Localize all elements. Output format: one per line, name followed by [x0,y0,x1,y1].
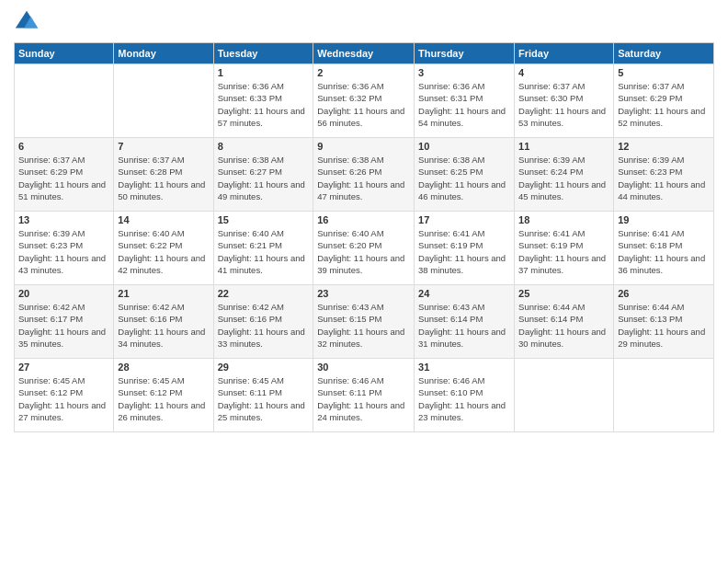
week-row-4: 20Sunrise: 6:42 AM Sunset: 6:17 PM Dayli… [15,285,714,359]
day-cell: 20Sunrise: 6:42 AM Sunset: 6:17 PM Dayli… [15,285,114,359]
day-info: Sunrise: 6:40 AM Sunset: 6:21 PM Dayligh… [218,227,310,276]
day-info: Sunrise: 6:37 AM Sunset: 6:29 PM Dayligh… [18,154,109,202]
day-number: 31 [418,362,510,373]
day-number: 17 [418,214,510,225]
week-row-5: 27Sunrise: 6:45 AM Sunset: 6:12 PM Dayli… [15,359,714,432]
day-number: 22 [218,288,310,299]
day-cell: 6Sunrise: 6:37 AM Sunset: 6:29 PM Daylig… [15,138,114,212]
day-info: Sunrise: 6:42 AM Sunset: 6:16 PM Dayligh… [118,301,209,350]
day-number: 29 [218,362,310,373]
day-number: 1 [218,67,310,78]
day-cell: 24Sunrise: 6:43 AM Sunset: 6:14 PM Dayli… [415,285,515,359]
day-number: 21 [118,288,209,299]
header [14,9,714,35]
day-cell: 15Sunrise: 6:40 AM Sunset: 6:21 PM Dayli… [213,212,313,285]
day-number: 4 [518,67,609,78]
day-number: 7 [118,141,209,152]
day-cell: 5Sunrise: 6:37 AM Sunset: 6:29 PM Daylig… [614,64,714,138]
day-cell: 28Sunrise: 6:45 AM Sunset: 6:12 PM Dayli… [114,359,213,432]
day-cell: 10Sunrise: 6:38 AM Sunset: 6:25 PM Dayli… [415,138,515,212]
day-cell: 29Sunrise: 6:45 AM Sunset: 6:11 PM Dayli… [213,359,313,432]
day-number: 15 [218,214,310,225]
weekday-header-saturday: Saturday [614,43,714,64]
day-number: 2 [317,67,410,78]
day-cell: 12Sunrise: 6:39 AM Sunset: 6:23 PM Dayli… [614,138,714,212]
day-info: Sunrise: 6:45 AM Sunset: 6:12 PM Dayligh… [118,374,209,423]
weekday-header-monday: Monday [114,43,213,64]
header-row: SundayMondayTuesdayWednesdayThursdayFrid… [15,43,714,64]
day-info: Sunrise: 6:41 AM Sunset: 6:19 PM Dayligh… [518,227,609,276]
day-cell: 26Sunrise: 6:44 AM Sunset: 6:13 PM Dayli… [614,285,714,359]
logo-icon [14,9,40,35]
day-info: Sunrise: 6:37 AM Sunset: 6:29 PM Dayligh… [618,80,710,129]
day-info: Sunrise: 6:42 AM Sunset: 6:16 PM Dayligh… [218,301,310,350]
day-info: Sunrise: 6:39 AM Sunset: 6:24 PM Dayligh… [518,154,609,202]
day-cell: 16Sunrise: 6:40 AM Sunset: 6:20 PM Dayli… [313,212,415,285]
day-number: 9 [317,141,410,152]
week-row-1: 1Sunrise: 6:36 AM Sunset: 6:33 PM Daylig… [15,64,714,138]
day-cell: 19Sunrise: 6:41 AM Sunset: 6:18 PM Dayli… [614,212,714,285]
day-info: Sunrise: 6:38 AM Sunset: 6:26 PM Dayligh… [317,154,410,202]
logo [14,9,43,35]
weekday-header-tuesday: Tuesday [213,43,313,64]
day-number: 5 [618,67,710,78]
day-cell: 9Sunrise: 6:38 AM Sunset: 6:26 PM Daylig… [313,138,415,212]
day-number: 19 [618,214,710,225]
day-cell: 7Sunrise: 6:37 AM Sunset: 6:28 PM Daylig… [114,138,213,212]
day-info: Sunrise: 6:44 AM Sunset: 6:14 PM Dayligh… [518,301,609,350]
calendar-header: SundayMondayTuesdayWednesdayThursdayFrid… [15,43,714,64]
day-number: 25 [518,288,609,299]
day-info: Sunrise: 6:45 AM Sunset: 6:11 PM Dayligh… [218,374,310,423]
week-row-3: 13Sunrise: 6:39 AM Sunset: 6:23 PM Dayli… [15,212,714,285]
day-cell: 22Sunrise: 6:42 AM Sunset: 6:16 PM Dayli… [213,285,313,359]
day-info: Sunrise: 6:38 AM Sunset: 6:25 PM Dayligh… [418,154,510,202]
day-cell: 8Sunrise: 6:38 AM Sunset: 6:27 PM Daylig… [213,138,313,212]
day-number: 8 [218,141,310,152]
day-info: Sunrise: 6:37 AM Sunset: 6:28 PM Dayligh… [118,154,209,202]
day-number: 30 [317,362,410,373]
day-info: Sunrise: 6:43 AM Sunset: 6:14 PM Dayligh… [418,301,510,350]
day-cell: 14Sunrise: 6:40 AM Sunset: 6:22 PM Dayli… [114,212,213,285]
day-cell [15,64,114,138]
day-cell: 23Sunrise: 6:43 AM Sunset: 6:15 PM Dayli… [313,285,415,359]
calendar-table: SundayMondayTuesdayWednesdayThursdayFrid… [14,42,714,432]
day-cell: 4Sunrise: 6:37 AM Sunset: 6:30 PM Daylig… [515,64,614,138]
weekday-header-thursday: Thursday [415,43,515,64]
day-info: Sunrise: 6:36 AM Sunset: 6:32 PM Dayligh… [317,80,410,129]
day-info: Sunrise: 6:41 AM Sunset: 6:19 PM Dayligh… [418,227,510,276]
day-info: Sunrise: 6:40 AM Sunset: 6:20 PM Dayligh… [317,227,410,276]
day-number: 27 [18,362,109,373]
weekday-header-wednesday: Wednesday [313,43,415,64]
day-info: Sunrise: 6:43 AM Sunset: 6:15 PM Dayligh… [317,301,410,350]
day-number: 23 [317,288,410,299]
day-cell: 31Sunrise: 6:46 AM Sunset: 6:10 PM Dayli… [415,359,515,432]
day-cell: 17Sunrise: 6:41 AM Sunset: 6:19 PM Dayli… [415,212,515,285]
page: SundayMondayTuesdayWednesdayThursdayFrid… [0,0,728,563]
day-cell: 21Sunrise: 6:42 AM Sunset: 6:16 PM Dayli… [114,285,213,359]
day-info: Sunrise: 6:39 AM Sunset: 6:23 PM Dayligh… [618,154,710,202]
day-info: Sunrise: 6:40 AM Sunset: 6:22 PM Dayligh… [118,227,209,276]
day-number: 16 [317,214,410,225]
day-number: 24 [418,288,510,299]
day-cell: 13Sunrise: 6:39 AM Sunset: 6:23 PM Dayli… [15,212,114,285]
day-info: Sunrise: 6:39 AM Sunset: 6:23 PM Dayligh… [18,227,109,276]
day-cell: 2Sunrise: 6:36 AM Sunset: 6:32 PM Daylig… [313,64,415,138]
day-cell: 1Sunrise: 6:36 AM Sunset: 6:33 PM Daylig… [213,64,313,138]
day-number: 13 [18,214,109,225]
day-info: Sunrise: 6:36 AM Sunset: 6:33 PM Dayligh… [218,80,310,129]
day-info: Sunrise: 6:37 AM Sunset: 6:30 PM Dayligh… [518,80,609,129]
day-cell [515,359,614,432]
day-info: Sunrise: 6:41 AM Sunset: 6:18 PM Dayligh… [618,227,710,276]
day-number: 20 [18,288,109,299]
day-cell: 25Sunrise: 6:44 AM Sunset: 6:14 PM Dayli… [515,285,614,359]
day-number: 11 [518,141,609,152]
day-number: 14 [118,214,209,225]
day-info: Sunrise: 6:45 AM Sunset: 6:12 PM Dayligh… [18,374,109,423]
day-number: 28 [118,362,209,373]
day-info: Sunrise: 6:46 AM Sunset: 6:10 PM Dayligh… [418,374,510,423]
day-number: 18 [518,214,609,225]
day-info: Sunrise: 6:46 AM Sunset: 6:11 PM Dayligh… [317,374,410,423]
day-info: Sunrise: 6:36 AM Sunset: 6:31 PM Dayligh… [418,80,510,129]
day-cell: 3Sunrise: 6:36 AM Sunset: 6:31 PM Daylig… [415,64,515,138]
day-info: Sunrise: 6:44 AM Sunset: 6:13 PM Dayligh… [618,301,710,350]
